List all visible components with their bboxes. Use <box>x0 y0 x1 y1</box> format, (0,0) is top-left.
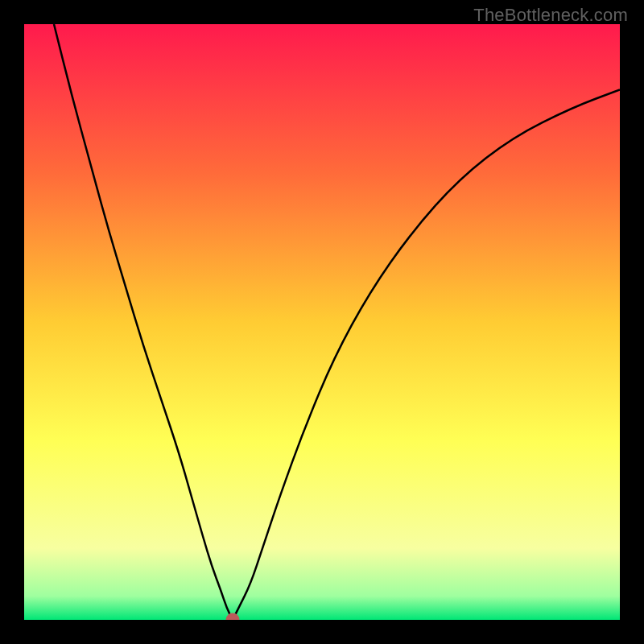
gradient-rect <box>24 24 620 620</box>
watermark-text: TheBottleneck.com <box>473 5 628 26</box>
gradient-bg <box>24 24 620 620</box>
chart-frame: TheBottleneck.com <box>0 0 644 644</box>
plot-area <box>24 24 620 620</box>
